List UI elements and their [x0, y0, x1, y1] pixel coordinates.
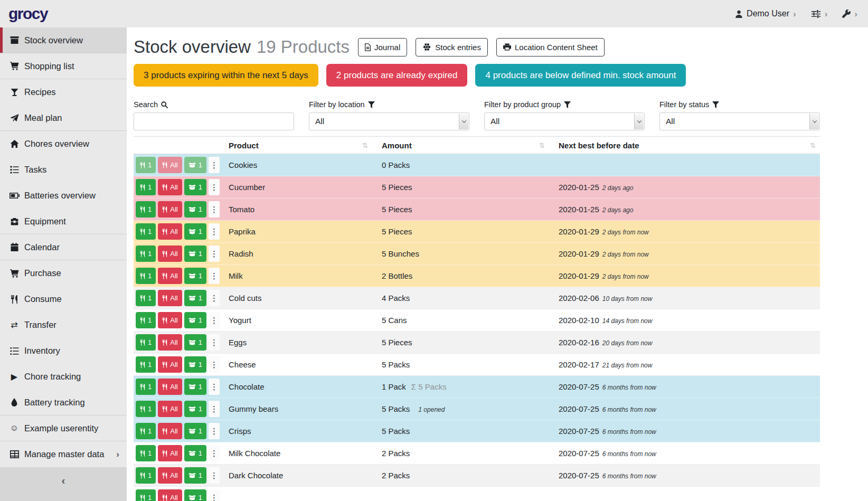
consume-one-button[interactable]: 1: [136, 356, 156, 373]
sidebar-item-recipes[interactable]: Recipes: [0, 79, 127, 105]
consume-all-button[interactable]: All: [158, 334, 182, 351]
consume-one-button[interactable]: 1: [136, 334, 156, 351]
open-one-button[interactable]: 1: [184, 356, 206, 373]
consume-one-button[interactable]: 1: [136, 467, 156, 484]
sidebar-item-purchase[interactable]: Purchase: [0, 260, 127, 286]
row-menu-button[interactable]: ⋮: [209, 245, 220, 262]
sidebar-item-consume[interactable]: Consume: [0, 286, 127, 312]
open-one-button[interactable]: 1: [184, 290, 206, 306]
sidebar-item-transfer[interactable]: ⇄ Transfer: [0, 312, 127, 338]
utensils-icon: [9, 295, 20, 304]
collapse-sidebar-button[interactable]: ‹: [62, 474, 65, 486]
product-group-filter-select[interactable]: All: [484, 112, 645, 130]
row-menu-button[interactable]: ⋮: [209, 356, 220, 373]
journal-button[interactable]: Journal: [358, 38, 407, 56]
below-min-stock-banner[interactable]: 4 products are below defined min. stock …: [475, 64, 686, 87]
sidebar-item-inventory[interactable]: Inventory: [0, 338, 127, 364]
consume-one-button[interactable]: 1: [136, 312, 156, 328]
open-one-button[interactable]: 1: [184, 268, 206, 284]
consume-one-button[interactable]: 1: [136, 268, 156, 284]
consume-all-button[interactable]: All: [158, 290, 182, 306]
row-menu-button[interactable]: ⋮: [209, 268, 220, 284]
row-menu-button[interactable]: ⋮: [209, 489, 220, 501]
consume-one-button[interactable]: 1: [136, 379, 156, 395]
row-menu-button[interactable]: ⋮: [209, 157, 220, 173]
consume-one-button[interactable]: 1: [136, 290, 156, 306]
consume-all-button[interactable]: All: [158, 379, 182, 395]
location-content-sheet-button[interactable]: Location Content Sheet: [496, 38, 605, 56]
row-menu-button[interactable]: ⋮: [209, 312, 220, 328]
expired-banner[interactable]: 2 products are already expired: [326, 64, 468, 87]
row-menu-button[interactable]: ⋮: [209, 423, 220, 439]
sidebar-item-chores-overview[interactable]: Chores overview: [0, 131, 127, 157]
row-menu-button[interactable]: ⋮: [209, 290, 220, 306]
user-menu[interactable]: Demo User ›: [735, 9, 796, 18]
consume-one-button[interactable]: 1: [136, 201, 156, 218]
search-input[interactable]: [134, 112, 294, 130]
row-menu-button[interactable]: ⋮: [209, 401, 220, 417]
open-one-button[interactable]: 1: [184, 445, 206, 461]
row-menu-button[interactable]: ⋮: [209, 223, 220, 240]
consume-all-button[interactable]: All: [158, 312, 182, 328]
consume-all-button[interactable]: All: [158, 245, 182, 262]
open-one-button[interactable]: 1: [184, 489, 206, 501]
sidebar-item-calendar[interactable]: Calendar: [0, 234, 127, 260]
amount-column-header[interactable]: Amount ⇅: [372, 137, 549, 154]
sidebar-item-batteries-overview[interactable]: Batteries overview: [0, 183, 127, 209]
row-menu-button[interactable]: ⋮: [209, 467, 220, 484]
consume-all-button[interactable]: All: [158, 201, 182, 218]
open-one-button[interactable]: 1: [184, 334, 206, 351]
open-one-button[interactable]: 1: [184, 467, 206, 484]
consume-all-button[interactable]: All: [158, 268, 182, 284]
consume-all-button[interactable]: All: [158, 223, 182, 240]
settings-menu[interactable]: ›: [811, 10, 828, 18]
sidebar-item-meal-plan[interactable]: Meal plan: [0, 105, 127, 131]
sidebar-item-stock-overview[interactable]: Stock overview: [0, 27, 127, 53]
open-one-button[interactable]: 1: [184, 179, 206, 195]
consume-one-button[interactable]: 1: [136, 401, 156, 417]
consume-all-button[interactable]: All: [158, 423, 182, 439]
open-one-button[interactable]: 1: [184, 379, 206, 395]
consume-one-button[interactable]: 1: [136, 245, 156, 262]
consume-one-button[interactable]: 1: [136, 179, 156, 195]
consume-all-button[interactable]: All: [158, 157, 182, 173]
consume-one-button[interactable]: 1: [136, 223, 156, 240]
row-menu-button[interactable]: ⋮: [209, 334, 220, 351]
consume-one-button[interactable]: 1: [136, 157, 156, 173]
expiring-soon-banner[interactable]: 3 products expiring within the next 5 da…: [134, 64, 318, 87]
consume-all-button[interactable]: All: [158, 489, 182, 501]
open-one-button[interactable]: 1: [184, 201, 206, 218]
utensils-icon: [140, 384, 145, 390]
open-one-button[interactable]: 1: [184, 423, 206, 439]
row-menu-button[interactable]: ⋮: [209, 179, 220, 195]
sidebar-item-shopping-list[interactable]: Shopping list: [0, 53, 127, 79]
sidebar-item-manage-master-data[interactable]: Manage master data ›: [0, 441, 127, 467]
stock-entries-button[interactable]: Stock entries: [416, 38, 488, 56]
consume-all-button[interactable]: All: [158, 179, 182, 195]
location-filter-select[interactable]: All: [309, 112, 469, 130]
sidebar-item-tasks[interactable]: Tasks: [0, 157, 127, 183]
row-menu-button[interactable]: ⋮: [209, 201, 220, 218]
sidebar-item-chore-tracking[interactable]: ▶ Chore tracking: [0, 364, 127, 390]
open-one-button[interactable]: 1: [184, 223, 206, 240]
consume-one-button[interactable]: 1: [136, 445, 156, 461]
open-one-button[interactable]: 1: [184, 245, 206, 262]
sidebar-item-example-userentity[interactable]: ☺ Example userentity: [0, 415, 127, 441]
status-filter-select[interactable]: All: [659, 112, 820, 130]
sidebar-item-battery-tracking[interactable]: Battery tracking: [0, 390, 127, 415]
row-menu-button[interactable]: ⋮: [209, 379, 220, 395]
consume-all-button[interactable]: All: [158, 467, 182, 484]
consume-all-button[interactable]: All: [158, 401, 182, 417]
open-one-button[interactable]: 1: [184, 401, 206, 417]
consume-all-button[interactable]: All: [158, 445, 182, 461]
sidebar-item-equipment[interactable]: Equipment: [0, 209, 127, 234]
consume-one-button[interactable]: 1: [136, 423, 156, 439]
consume-one-button[interactable]: 1: [136, 489, 156, 501]
product-column-header[interactable]: Product ⇅: [224, 137, 372, 154]
date-column-header[interactable]: Next best before date ⇅: [549, 137, 820, 154]
open-one-button[interactable]: 1: [184, 312, 206, 328]
consume-all-button[interactable]: All: [158, 356, 182, 373]
open-one-button[interactable]: 1: [184, 157, 206, 173]
admin-menu[interactable]: ›: [842, 10, 857, 18]
row-menu-button[interactable]: ⋮: [209, 445, 220, 461]
